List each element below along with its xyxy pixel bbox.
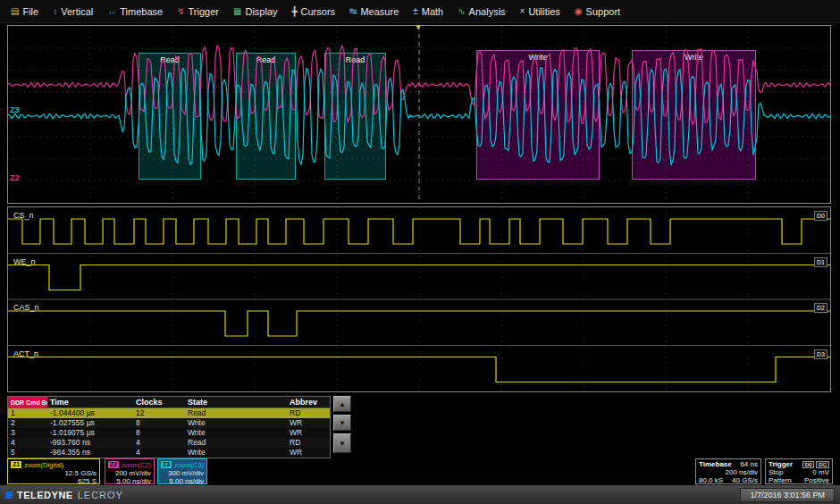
digital-line-label-d2: D2	[814, 303, 827, 313]
menu-bar: ▤File↕Vertical↔Timebase↯Trigger▦Display╋…	[0, 0, 840, 23]
z3-horizontal-scale: 5.00 ns/div	[161, 477, 204, 484]
z1-sample-count: 625 S	[11, 477, 97, 484]
menu-item-label: Measure	[360, 6, 399, 17]
z1-title: zoom(Digital)	[24, 461, 63, 469]
scroll-down-button[interactable]: ▼	[333, 415, 351, 431]
timebase-delay: 64 ns	[740, 460, 758, 468]
brand-teledyne: TELEDYNE	[17, 490, 73, 500]
vertical-icon: ↕	[53, 7, 57, 16]
timebase-icon: ↔	[107, 7, 116, 16]
z1-badge: Z1	[11, 461, 21, 468]
menu-item-label: Math	[422, 6, 443, 17]
menu-item-measure[interactable]: ↹Measure	[342, 4, 406, 20]
menu-item-cursors[interactable]: ╋Cursors	[285, 4, 343, 20]
timebase-label: Timebase	[699, 460, 732, 468]
z1-sample-rate: 12.5 GS/s	[11, 469, 97, 477]
table-row[interactable]: 5-984.355 ns4WriteWR	[8, 448, 330, 458]
digital-waveform-area[interactable]: CS_nD0WE_nD1CAS_nD2ACT_nD3	[7, 206, 831, 392]
digital-channel-label-we_n: WE_n	[13, 258, 36, 266]
utilities-icon: ×	[520, 7, 525, 16]
teledyne-lecroy-logo-icon	[5, 491, 13, 499]
menu-item-trigger[interactable]: ↯Trigger	[170, 4, 226, 20]
digital-line-label-d1: D1	[814, 257, 827, 267]
menu-item-label: Vertical	[61, 6, 93, 17]
menu-item-vertical[interactable]: ↕Vertical	[46, 4, 100, 20]
table-title-tab[interactable]: DDR Cmd Bus	[8, 397, 47, 408]
z2-title: zoom(C2)	[122, 461, 151, 469]
menu-item-label: Trigger	[189, 6, 219, 17]
table-body: 1-1.044400 µs12ReadRD2-1.027555 µs8Write…	[8, 408, 330, 458]
digital-channel-label-act_n: ACT_n	[13, 350, 38, 358]
table-row[interactable]: 1-1.044400 µs12ReadRD	[8, 408, 330, 418]
math-icon: ±	[413, 7, 418, 16]
z1-descriptor[interactable]: Z1 zoom(Digital) 12.5 GS/s 625 S	[7, 458, 100, 484]
menu-item-timebase[interactable]: ↔Timebase	[100, 4, 170, 20]
measure-icon: ↹	[349, 7, 357, 16]
ddr-cmd-bus-table: DDR Cmd Bus Time Clocks State Abbrev 1-1…	[7, 396, 331, 458]
timebase-descriptor[interactable]: Timebase 64 ns 200 ns/div 80.0 kS 40 GS/…	[695, 458, 761, 484]
column-header-time: Time	[47, 398, 133, 407]
digital-channel-label-cas_n: CAS_n	[13, 304, 39, 312]
datetime-display: 1/7/2016 3:01:56 PM	[740, 488, 835, 502]
analog-trace-label-z3: Z3	[10, 106, 20, 114]
digital-line-label-d3: D3	[814, 349, 827, 359]
file-icon: ▤	[11, 7, 19, 16]
trigger-icon: ↯	[177, 7, 184, 16]
table-scrollbar: ▲ ▼ ▼	[333, 396, 351, 457]
trigger-mode: Stop	[769, 468, 783, 476]
trigger-type: Pattern	[769, 476, 792, 484]
trigger-descriptor[interactable]: Trigger D0DC Stop 0 mV Pattern Positive	[765, 458, 833, 484]
footer-bar: TELEDYNE LECROY 1/7/2016 3:01:56 PM	[0, 485, 840, 504]
display-icon: ▦	[233, 7, 241, 16]
menu-item-math[interactable]: ±Math	[406, 4, 450, 20]
scroll-up-button[interactable]: ▲	[333, 396, 351, 412]
z3-title: zoom(C3)	[174, 461, 204, 469]
oscilloscope-screen: ▤File↕Vertical↔Timebase↯Trigger▦Display╋…	[0, 0, 840, 504]
digital-line-label-d0: D0	[814, 211, 827, 221]
analysis-icon: ∿	[458, 7, 465, 16]
menu-item-utilities[interactable]: ×Utilities	[513, 4, 567, 20]
z2-vertical-scale: 200 mV/div	[108, 469, 151, 477]
column-header-clocks: Clocks	[133, 398, 185, 407]
digital-channel-label-cs_n: CS_n	[13, 212, 34, 220]
scroll-page-down-button[interactable]: ▼	[333, 433, 351, 453]
table-row[interactable]: 4-993.760 ns4ReadRD	[8, 438, 330, 448]
support-icon: ◉	[575, 7, 583, 16]
menu-item-label: Analysis	[469, 6, 506, 17]
z2-badge: Z2	[108, 461, 119, 468]
z2-horizontal-scale: 5.00 ns/div	[108, 477, 151, 484]
menu-item-label: Support	[586, 6, 621, 17]
menu-item-label: Timebase	[120, 6, 163, 17]
digital-channel-labels: CS_nD0WE_nD1CAS_nD2ACT_nD3	[8, 207, 830, 391]
timebase-scale: 200 ns/div	[726, 468, 758, 476]
menu-item-label: Cursors	[301, 6, 336, 17]
trigger-slope: Positive	[804, 476, 829, 484]
timebase-samples: 80.0 kS	[699, 476, 723, 484]
menu-item-label: Display	[245, 6, 277, 17]
menu-item-support[interactable]: ◉Support	[567, 4, 627, 20]
menu-item-display[interactable]: ▦Display	[226, 4, 285, 20]
z2-descriptor[interactable]: Z2 zoom(C2) 200 mV/div 5.00 ns/div	[105, 458, 155, 484]
trigger-level: 0 mV	[812, 468, 829, 476]
table-row[interactable]: 2-1.027555 µs8WriteWR	[8, 418, 330, 428]
analog-trace-labels: Z3Z2	[8, 26, 830, 203]
menu-item-file[interactable]: ▤File	[4, 4, 46, 20]
analog-waveform-area[interactable]: ReadReadReadWriteWrite Z3Z2 ▼	[7, 25, 831, 204]
column-header-abbrev: Abbrev	[287, 398, 332, 407]
z3-descriptor[interactable]: Z3 zoom(C3) 300 mV/div 5.00 ns/div	[157, 458, 207, 484]
trigger-source-chip: D0	[802, 461, 815, 468]
menu-item-label: Utilities	[528, 6, 559, 17]
menu-item-label: File	[22, 6, 38, 17]
trigger-coupling-chip: DC	[816, 461, 829, 468]
column-header-state: State	[185, 398, 287, 407]
trigger-position-marker: ▼	[415, 24, 422, 31]
analog-trace-label-z2: Z2	[10, 174, 20, 182]
timebase-rate: 40 GS/s	[732, 476, 758, 484]
brand-lecroy: LECROY	[78, 490, 123, 500]
table-row[interactable]: 3-1.019075 µs8WriteWR	[8, 428, 330, 438]
trigger-label: Trigger	[769, 460, 793, 468]
menu-item-analysis[interactable]: ∿Analysis	[450, 4, 512, 20]
cursors-icon: ╋	[292, 7, 298, 16]
table-header-row: DDR Cmd Bus Time Clocks State Abbrev	[8, 397, 330, 408]
z3-badge: Z3	[161, 461, 172, 468]
